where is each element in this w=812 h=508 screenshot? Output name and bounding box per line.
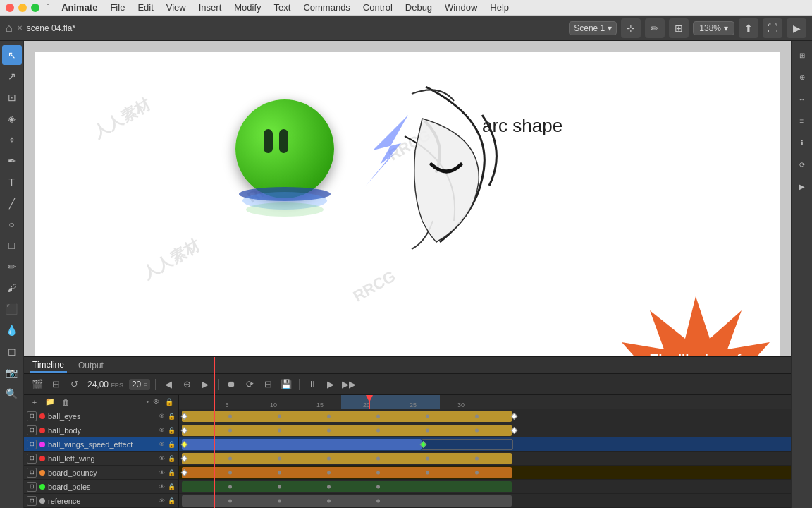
play-all-btn[interactable]: ▶	[323, 377, 338, 392]
text-tool[interactable]: T	[2, 172, 22, 192]
layer-item-board-bouncy[interactable]: ⊡ board_bouncy 👁 🔒	[24, 466, 178, 480]
center-btn[interactable]: ⊞	[48, 377, 63, 392]
eye-icon-1: 👁	[157, 426, 166, 435]
record-btn[interactable]: ⏺	[223, 377, 239, 392]
tab-close-icon[interactable]: ✕	[17, 24, 23, 32]
camera-tool[interactable]: 📷	[2, 363, 22, 382]
zoom-control[interactable]: 138% ▾	[693, 21, 734, 35]
snap-button[interactable]: ⊹	[621, 18, 641, 38]
zoom-tool[interactable]: 🔍	[2, 384, 22, 404]
apple-menu[interactable]: 	[47, 2, 50, 13]
tab-output[interactable]: Output	[75, 359, 106, 372]
track-row-0[interactable]	[179, 409, 791, 423]
menu-file[interactable]: File	[104, 1, 130, 14]
eye-icon-4: 👁	[157, 468, 166, 477]
line-tool[interactable]: ╱	[2, 193, 22, 213]
zoom-dropdown-icon: ▾	[724, 23, 728, 33]
loop-btn[interactable]: ↺	[66, 377, 82, 392]
menu-window[interactable]: Window	[439, 1, 483, 14]
oval-tool[interactable]: ○	[2, 214, 22, 234]
step-forward-btn[interactable]: ▶	[197, 377, 213, 392]
minimize-button[interactable]	[18, 4, 27, 12]
track-row-4[interactable]	[179, 466, 791, 480]
play-button[interactable]: ▶	[787, 18, 806, 38]
layer-item-ball-body[interactable]: ⊡ ball_body 👁 🔒	[24, 423, 178, 437]
bucket-tool[interactable]: ⬛	[2, 299, 22, 319]
layer-item-reference[interactable]: ⊡ reference 👁 🔒	[24, 494, 178, 508]
track-row-2[interactable]	[179, 437, 791, 452]
pen-button[interactable]: ✏	[645, 18, 665, 38]
lasso-tool[interactable]: ⌖	[2, 130, 22, 150]
camera-record-btn[interactable]: 🎬	[30, 377, 45, 392]
pause-btn[interactable]: ⏸	[304, 377, 320, 392]
tab-timeline[interactable]: Timeline	[30, 358, 67, 373]
history-panel-btn[interactable]: ⟳	[792, 155, 812, 174]
menu-help[interactable]: Help	[484, 1, 515, 14]
pencil-tool[interactable]: ✏	[2, 257, 22, 277]
subselect-tool[interactable]: ↗	[2, 66, 22, 86]
more-btn[interactable]: ▶▶	[341, 377, 357, 392]
motion-panel-btn[interactable]: ▶	[792, 176, 812, 196]
maximize-button[interactable]	[31, 4, 39, 12]
separator-1	[155, 379, 156, 390]
layer-item-ball-left-wing[interactable]: ⊡ ball_left_wing 👁 🔒	[24, 452, 178, 466]
track-row-1[interactable]	[179, 423, 791, 437]
add-layer-btn[interactable]: +	[28, 396, 41, 409]
dot-4-3	[327, 471, 331, 474]
folder-btn[interactable]: 📁	[44, 396, 56, 409]
layer-item-board-poles[interactable]: ⊡ board_poles 👁 🔒	[24, 480, 178, 494]
menu-view[interactable]: View	[161, 1, 192, 14]
rect-tool[interactable]: □	[2, 236, 22, 255]
track-row-3[interactable]	[179, 452, 791, 466]
align-panel-btn[interactable]: ≡	[792, 111, 812, 131]
eye-toggle-btn[interactable]: 👁	[152, 397, 161, 407]
menu-edit[interactable]: Edit	[132, 1, 159, 14]
track-row-6[interactable]	[179, 494, 791, 508]
menu-commands[interactable]: Commands	[297, 1, 355, 14]
layer-item-ball-eyes[interactable]: ⊡ ball_eyes 👁 🔒	[24, 409, 178, 423]
gradient-tool[interactable]: ◈	[2, 109, 22, 128]
add-keyframe-btn[interactable]: ⊕	[179, 377, 195, 392]
bottom-panel: Timeline Output 🎬 ⊞ ↺ 24,00 FPS 20 F ◀ ⊕…	[24, 356, 791, 508]
free-transform-tool[interactable]: ⊡	[2, 87, 22, 107]
save-btn[interactable]: 💾	[278, 377, 294, 392]
transform-panel-btn[interactable]: ↔	[792, 89, 812, 109]
close-button[interactable]	[6, 4, 14, 12]
publish-button[interactable]: ⬆	[739, 18, 758, 38]
eye-left	[264, 129, 273, 153]
snap-frames-btn[interactable]: ⊟	[260, 377, 276, 392]
pen-tool[interactable]: ✒	[2, 151, 22, 171]
layer-item-ball-wings[interactable]: ⊡ ball_wings_speed_effect 👁 🔒	[24, 437, 178, 452]
scene-selector[interactable]: Scene 1 ▾	[569, 21, 617, 35]
home-icon[interactable]: ⌂	[6, 22, 13, 35]
wing-svg	[359, 115, 415, 186]
menu-animate[interactable]: Animate	[56, 1, 103, 14]
info-panel-btn[interactable]: ℹ	[792, 133, 812, 152]
frames-tracks	[179, 409, 791, 508]
lock-toggle-btn[interactable]: 🔒	[164, 397, 174, 407]
eyedrop-tool[interactable]: 💧	[2, 320, 22, 340]
fullscreen-button[interactable]: ⛶	[763, 18, 782, 38]
eye-icon-6: 👁	[157, 497, 166, 505]
kf-0-end	[511, 413, 518, 420]
loop-sel-btn[interactable]: ⟳	[242, 377, 257, 392]
layer-vis-5: 👁 🔒	[157, 483, 176, 491]
eraser-tool[interactable]: ◻	[2, 341, 22, 361]
menu-control[interactable]: Control	[357, 1, 398, 14]
delete-layer-btn[interactable]: 🗑	[59, 396, 72, 409]
menu-insert[interactable]: Insert	[193, 1, 228, 14]
title-bar: ⌂ ✕ scene 04.fla* Scene 1 ▾ ⊹ ✏ ⊞ 138% ▾…	[0, 16, 812, 41]
camera-panel-btn[interactable]: ⊕	[792, 67, 812, 87]
frame-number: 20	[132, 380, 141, 389]
menu-modify[interactable]: Modify	[228, 1, 266, 14]
arrow-tool[interactable]: ↖	[2, 45, 22, 65]
step-back-btn[interactable]: ◀	[161, 377, 176, 392]
track-row-5[interactable]	[179, 480, 791, 494]
menu-text[interactable]: Text	[269, 1, 297, 14]
right-toolbar: ⊞ ⊕ ↔ ≡ ℹ ⟳ ▶	[791, 41, 812, 508]
grid-button[interactable]: ⊞	[669, 18, 689, 38]
menu-debug[interactable]: Debug	[400, 1, 438, 14]
brush-tool[interactable]: 🖌	[2, 278, 22, 298]
ruler-25: 25	[410, 401, 417, 409]
properties-panel-btn[interactable]: ⊞	[792, 45, 812, 65]
